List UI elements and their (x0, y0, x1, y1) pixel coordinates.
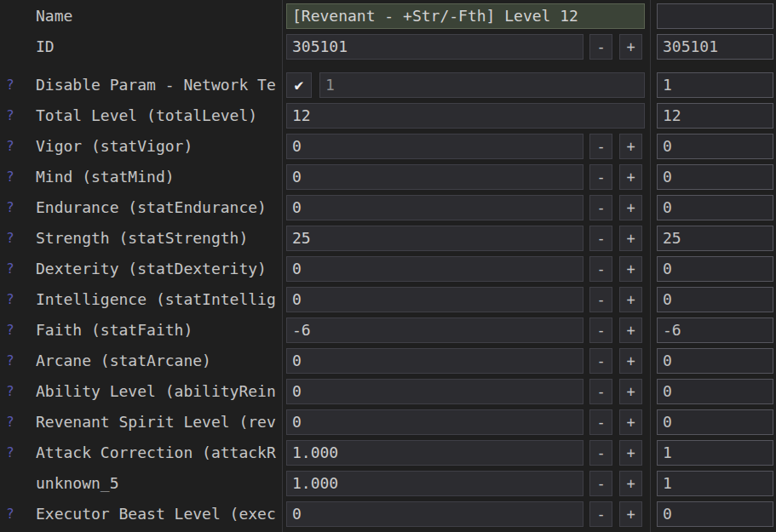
ref-value-field[interactable]: 1 (657, 72, 773, 98)
decrement-button[interactable]: - (589, 287, 612, 312)
help-icon[interactable]: ? (6, 287, 14, 312)
ref-value-field[interactable]: 1 (657, 471, 773, 496)
ref-value-field[interactable] (657, 3, 773, 29)
param-label: Strength (statStrength) (36, 226, 281, 251)
ref-value-field[interactable]: -6 (657, 317, 773, 343)
param-label: Revenant Spirit Level (rev (36, 409, 281, 435)
increment-button[interactable]: + (619, 287, 642, 312)
param-label: Dexterity (statDexterity) (36, 256, 281, 282)
param-row: ?Ability Level (abilityRein0-+0 (0, 379, 776, 404)
value-input[interactable]: 1 (319, 72, 645, 98)
param-label: Arcane (statArcane) (36, 348, 281, 374)
value-input[interactable]: 0 (286, 164, 583, 190)
decrement-button[interactable]: - (589, 440, 612, 466)
decrement-button[interactable]: - (589, 256, 612, 282)
decrement-button[interactable]: - (589, 226, 612, 251)
value-input[interactable]: 0 (286, 287, 583, 312)
increment-button[interactable]: + (619, 134, 642, 159)
decrement-button[interactable]: - (589, 164, 612, 190)
help-icon[interactable]: ? (6, 440, 14, 466)
value-input[interactable]: -6 (286, 317, 583, 343)
ref-value-field[interactable]: 0 (657, 195, 773, 220)
param-row: ?Intelligence (statIntellig0-+0 (0, 287, 776, 312)
increment-button[interactable]: + (619, 195, 642, 220)
ref-value-field[interactable]: 0 (657, 501, 773, 527)
decrement-button[interactable]: - (589, 471, 612, 496)
help-icon[interactable]: ? (6, 195, 14, 220)
help-icon[interactable]: ? (6, 317, 14, 343)
param-row: ?Faith (statFaith)-6-+-6 (0, 317, 776, 343)
help-icon[interactable]: ? (6, 164, 14, 190)
param-editor-panel: Name[Revenant - +Str/-Fth] Level 12ID305… (0, 0, 776, 532)
help-icon[interactable]: ? (6, 103, 14, 129)
decrement-button[interactable]: - (589, 317, 612, 343)
help-icon[interactable]: ? (6, 72, 14, 98)
increment-button[interactable]: + (619, 226, 642, 251)
param-label: unknown_5 (36, 471, 281, 496)
param-label: Executor Beast Level (exec (36, 501, 281, 527)
increment-button[interactable]: + (619, 379, 642, 404)
disable-param-checkbox[interactable]: ✔ (286, 72, 312, 98)
value-input[interactable]: 0 (286, 195, 583, 220)
param-row: ?Executor Beast Level (exec0-+0 (0, 501, 776, 527)
value-input[interactable]: 305101 (286, 34, 583, 60)
ref-value-field[interactable]: 0 (657, 134, 773, 159)
param-row: ?Revenant Spirit Level (rev0-+0 (0, 409, 776, 435)
increment-button[interactable]: + (619, 501, 642, 527)
help-icon[interactable]: ? (6, 379, 14, 404)
increment-button[interactable]: + (619, 317, 642, 343)
checkmark-icon: ✔ (295, 76, 304, 94)
decrement-button[interactable]: - (589, 501, 612, 527)
param-row: ?Disable Param - Network Te✔11 (0, 72, 776, 98)
increment-button[interactable]: + (619, 440, 642, 466)
value-input[interactable]: 0 (286, 379, 583, 404)
help-icon[interactable]: ? (6, 409, 14, 435)
param-row: ?Dexterity (statDexterity)0-+0 (0, 256, 776, 282)
decrement-button[interactable]: - (589, 34, 612, 60)
param-row: ID305101-+305101 (0, 34, 776, 60)
increment-button[interactable]: + (619, 164, 642, 190)
ref-value-field[interactable]: 12 (657, 103, 773, 129)
ref-value-field[interactable]: 0 (657, 256, 773, 282)
ref-value-field[interactable]: 1 (657, 440, 773, 466)
decrement-button[interactable]: - (589, 409, 612, 435)
increment-button[interactable]: + (619, 256, 642, 282)
help-icon[interactable]: ? (6, 226, 14, 251)
value-input[interactable]: 1.000 (286, 471, 583, 496)
param-label: ID (36, 34, 281, 60)
decrement-button[interactable]: - (589, 134, 612, 159)
value-input[interactable]: 0 (286, 409, 583, 435)
help-icon[interactable]: ? (6, 134, 14, 159)
decrement-button[interactable]: - (589, 195, 612, 220)
ref-value-field[interactable]: 25 (657, 226, 773, 251)
decrement-button[interactable]: - (589, 348, 612, 374)
ref-value-field[interactable]: 0 (657, 379, 773, 404)
param-row: ?Endurance (statEndurance)0-+0 (0, 195, 776, 220)
param-row: ?Attack Correction (attackR1.000-+1 (0, 440, 776, 466)
value-input[interactable]: 1.000 (286, 440, 583, 466)
help-icon[interactable]: ? (6, 501, 14, 527)
value-input[interactable]: 0 (286, 256, 583, 282)
ref-value-field[interactable]: 0 (657, 287, 773, 312)
ref-value-field[interactable]: 0 (657, 164, 773, 190)
help-icon[interactable]: ? (6, 256, 14, 282)
param-row: Name[Revenant - +Str/-Fth] Level 12 (0, 3, 776, 29)
increment-button[interactable]: + (619, 471, 642, 496)
value-input[interactable]: 0 (286, 134, 583, 159)
param-label: Intelligence (statIntellig (36, 287, 281, 312)
value-input[interactable]: 0 (286, 501, 583, 527)
decrement-button[interactable]: - (589, 379, 612, 404)
ref-value-field[interactable]: 305101 (657, 34, 773, 60)
increment-button[interactable]: + (619, 348, 642, 374)
increment-button[interactable]: + (619, 409, 642, 435)
ref-value-field[interactable]: 0 (657, 409, 773, 435)
value-input[interactable]: 0 (286, 348, 583, 374)
param-label: Mind (statMind) (36, 164, 281, 190)
ref-value-field[interactable]: 0 (657, 348, 773, 374)
name-input[interactable]: [Revenant - +Str/-Fth] Level 12 (286, 3, 645, 29)
value-input[interactable]: 25 (286, 226, 583, 251)
increment-button[interactable]: + (619, 34, 642, 60)
help-icon[interactable]: ? (6, 348, 14, 374)
value-input[interactable]: 12 (286, 103, 645, 129)
param-label: Ability Level (abilityRein (36, 379, 281, 404)
